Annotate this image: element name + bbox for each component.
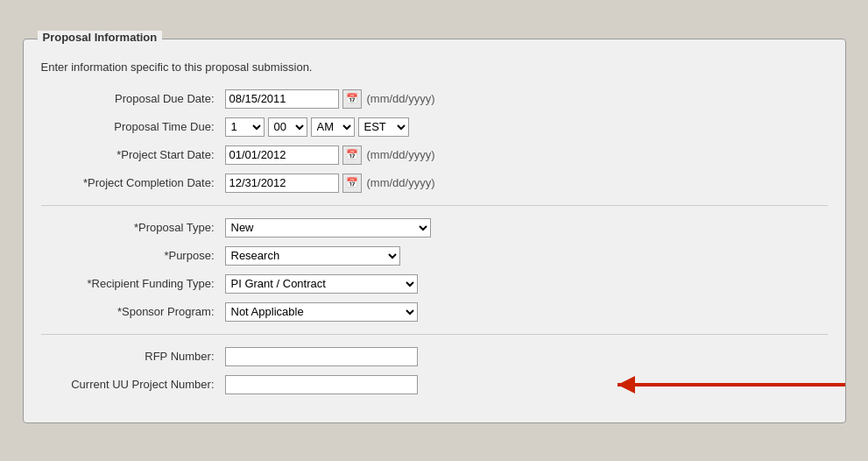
panel-description: Enter information specific to this propo… bbox=[41, 60, 828, 74]
project-start-date-controls: 📅 (mm/dd/yyyy) bbox=[225, 145, 435, 165]
project-completion-date-input[interactable] bbox=[225, 174, 339, 193]
current-uu-row: Current UU Project Number: bbox=[41, 373, 828, 396]
purpose-select[interactable]: Research Instruction Public Service Othe… bbox=[225, 246, 400, 266]
proposal-time-due-row: Proposal Time Due: 1 2 3 4 5 6 7 8 9 10 … bbox=[41, 116, 828, 138]
project-start-date-format: (mm/dd/yyyy) bbox=[367, 148, 435, 161]
current-uu-input[interactable] bbox=[225, 375, 418, 394]
sponsor-program-controls: Not Applicable Program A Program B bbox=[225, 302, 418, 322]
project-start-date-label: *Project Start Date: bbox=[41, 148, 225, 161]
current-uu-label: Current UU Project Number: bbox=[41, 378, 225, 391]
recipient-funding-controls: PI Grant / Contract Subcontract Other bbox=[225, 274, 418, 294]
proposal-type-controls: New Renewal Continuation Revision Resubm… bbox=[225, 218, 431, 238]
svg-marker-1 bbox=[617, 376, 635, 394]
project-start-date-row: *Project Start Date: 📅 (mm/dd/yyyy) bbox=[41, 144, 828, 167]
proposal-due-date-controls: 📅 (mm/dd/yyyy) bbox=[225, 89, 435, 109]
sponsor-program-row: *Sponsor Program: Not Applicable Program… bbox=[41, 301, 828, 323]
current-uu-controls bbox=[225, 375, 418, 394]
rfp-number-label: RFP Number: bbox=[41, 350, 225, 363]
recipient-funding-select[interactable]: PI Grant / Contract Subcontract Other bbox=[225, 274, 418, 294]
recipient-funding-label: *Recipient Funding Type: bbox=[41, 277, 225, 290]
proposal-type-row: *Proposal Type: New Renewal Continuation… bbox=[41, 216, 828, 239]
proposal-due-date-label: Proposal Due Date: bbox=[41, 92, 225, 105]
hour-select[interactable]: 1 2 3 4 5 6 7 8 9 10 11 12 bbox=[225, 117, 265, 137]
ampm-select[interactable]: AM PM bbox=[311, 117, 355, 137]
project-completion-date-controls: 📅 (mm/dd/yyyy) bbox=[225, 174, 435, 193]
purpose-controls: Research Instruction Public Service Othe… bbox=[225, 246, 400, 266]
project-completion-date-row: *Project Completion Date: 📅 (mm/dd/yyyy) bbox=[41, 172, 828, 195]
project-start-date-input[interactable] bbox=[225, 145, 339, 165]
sponsor-program-label: *Sponsor Program: bbox=[41, 305, 225, 318]
recipient-funding-row: *Recipient Funding Type: PI Grant / Cont… bbox=[41, 273, 828, 295]
divider-2 bbox=[41, 334, 828, 335]
proposal-time-due-controls: 1 2 3 4 5 6 7 8 9 10 11 12 00 15 30 45 A… bbox=[225, 117, 409, 137]
proposal-due-date-input[interactable] bbox=[225, 89, 339, 109]
rfp-number-input[interactable] bbox=[225, 347, 418, 366]
sponsor-program-select[interactable]: Not Applicable Program A Program B bbox=[225, 302, 418, 322]
proposal-due-date-row: Proposal Due Date: 📅 (mm/dd/yyyy) bbox=[41, 88, 828, 110]
rfp-number-row: RFP Number: bbox=[41, 345, 828, 368]
calendar-icon-due-date[interactable]: 📅 bbox=[342, 89, 362, 109]
panel-title: Proposal Information bbox=[38, 31, 163, 44]
red-arrow-icon bbox=[609, 369, 854, 401]
calendar-icon-start-date[interactable]: 📅 bbox=[342, 145, 362, 165]
project-completion-date-format: (mm/dd/yyyy) bbox=[367, 176, 435, 189]
purpose-row: *Purpose: Research Instruction Public Se… bbox=[41, 245, 828, 267]
timezone-select[interactable]: EST CST MST PST bbox=[358, 117, 409, 137]
proposal-time-due-label: Proposal Time Due: bbox=[41, 120, 225, 133]
rfp-number-controls bbox=[225, 347, 418, 366]
calendar-icon-completion-date[interactable]: 📅 bbox=[342, 174, 362, 193]
proposal-due-date-format: (mm/dd/yyyy) bbox=[367, 92, 435, 105]
purpose-label: *Purpose: bbox=[41, 249, 225, 262]
proposal-type-select[interactable]: New Renewal Continuation Revision Resubm… bbox=[225, 218, 431, 238]
project-completion-date-label: *Project Completion Date: bbox=[41, 176, 225, 189]
divider-1 bbox=[41, 205, 828, 206]
proposal-information-panel: Proposal Information Enter information s… bbox=[23, 39, 846, 423]
proposal-type-label: *Proposal Type: bbox=[41, 221, 225, 234]
minute-select[interactable]: 00 15 30 45 bbox=[268, 117, 307, 137]
